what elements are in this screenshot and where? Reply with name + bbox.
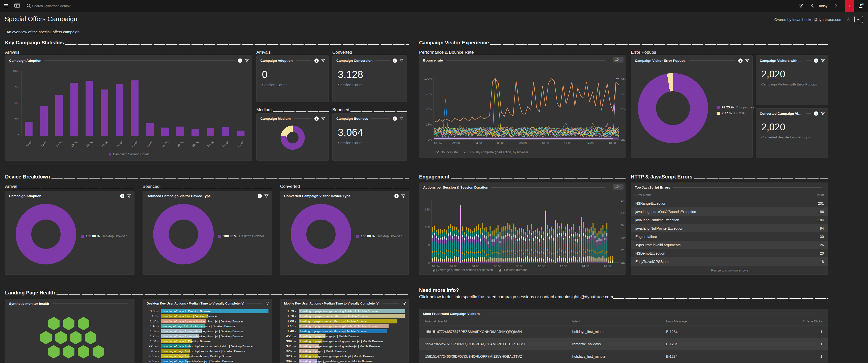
monitor-hexagon[interactable]: [48, 317, 60, 330]
filter-icon[interactable]: [821, 59, 825, 63]
monitor-hexagon[interactable]: [55, 331, 67, 344]
filter-icon[interactable]: [321, 117, 325, 121]
action-row[interactable]: 976 msLoading of page /index.php/product…: [145, 349, 270, 354]
action-row[interactable]: 399 msLoading of page /orange-booking-pa…: [282, 339, 407, 344]
user-icon[interactable]: [855, 0, 868, 11]
menu-icon[interactable]: [4, 4, 8, 7]
filter-icon[interactable]: [266, 302, 270, 305]
action-row[interactable]: 962 msLoading of page /easytravel/home |…: [145, 354, 270, 359]
action-row[interactable]: 323 msLoading of page /orange-trip-detai…: [282, 354, 407, 359]
table-row[interactable]: NSRangeException201: [631, 199, 828, 207]
action-row[interactable]: 304 msLoading of page /j_invalidate_sess…: [282, 359, 407, 363]
action-row[interactable]: 451 msLoading of page /orange.jsf | Mobi…: [282, 334, 407, 339]
tile-frustrated-visitors[interactable]: Most Frustrated Campaign Visitors Intern…: [419, 309, 828, 363]
info-icon[interactable]: i: [393, 117, 397, 121]
action-row[interactable]: 1.48 sloading of page /special-offers.js…: [282, 329, 407, 334]
info-icon[interactable]: i: [314, 117, 319, 121]
monitor-hexagon[interactable]: [63, 345, 74, 359]
action-row[interactable]: 1.48 sloading of page /citrix/netscalerw…: [145, 324, 270, 329]
tile-device-arrival[interactable]: Campaign Adoptioni100.00 %Desktop Browse…: [5, 191, 134, 275]
chart-legend[interactable]: Bounce rateVisually complete (load actio…: [435, 151, 529, 154]
action-row[interactable]: 1.39 sLoading of page /orange-booking-fi…: [145, 329, 270, 334]
table-row[interactable]: java.lang.IndexOutOfBoundsException186: [631, 207, 828, 216]
problems-badge[interactable]: 1: [845, 0, 855, 11]
monitor-hexagon[interactable]: [40, 331, 52, 344]
donut-legend[interactable]: 100.00 %Desktop Browser: [356, 234, 402, 238]
tile-desktop-actions[interactable]: Desktop Key User Actions - Median Time t…: [143, 299, 272, 363]
tile-visitors-with-errors-kpi[interactable]: Campaign Visitors with Error Popups i 2,…: [756, 56, 828, 105]
monitor-hexagon[interactable]: [78, 317, 89, 330]
action-row[interactable]: 1.28 sLoading of page /orange-booking-fi…: [145, 334, 270, 339]
tile-engagement-chart[interactable]: Actions per Session & Session Duration 1…: [419, 183, 625, 275]
table-row[interactable]: EasyTravelGPSStatus18: [631, 257, 828, 266]
action-row[interactable]: 1.6 sLoading of page /blog/ | Desktop Br…: [145, 314, 270, 319]
filter-icon[interactable]: [399, 59, 403, 63]
action-row[interactable]: 1.04 sLoading of page / | Desktop Browse…: [145, 339, 270, 344]
action-row[interactable]: 902 msLoading of page /special-offers.js…: [145, 359, 270, 363]
table-row[interactable]: NSDemoException20: [631, 249, 828, 257]
info-icon[interactable]: i: [814, 111, 818, 116]
tile-error-popups-donut[interactable]: Campaign Visitor Error Popups i 97.23 %Y…: [631, 56, 753, 158]
table-row[interactable]: 158151477246575675PBZSMA8PXONHR9A2JNIYQP…: [419, 325, 828, 338]
tile-bounced-kpi[interactable]: Campaign Bounces i 3,064 Session Count: [332, 113, 407, 161]
chevron-left-icon[interactable]: [811, 3, 814, 8]
filter-icon[interactable]: [127, 194, 131, 198]
info-icon[interactable]: i: [258, 194, 262, 198]
info-icon[interactable]: i: [738, 59, 743, 63]
tile-device-bounced[interactable]: Bounced Campaign Visitor Device Typei100…: [143, 191, 272, 275]
donut-legend[interactable]: 97.23 %Your journey... 2.77 %E-1234: [717, 105, 756, 117]
info-icon[interactable]: i: [394, 194, 399, 198]
action-row[interactable]: 1.54 sLoading of page /orange-booking-fi…: [145, 319, 270, 324]
dashboard-board-icon[interactable]: [14, 3, 20, 8]
tile-campaign-medium[interactable]: Campaign Medium i: [256, 113, 329, 161]
info-icon[interactable]: i: [120, 194, 124, 198]
filter-icon[interactable]: [399, 117, 403, 121]
monitor-hexagon[interactable]: [78, 345, 89, 359]
monitor-hexagon[interactable]: [93, 345, 104, 359]
more-button[interactable]: ⋯: [855, 15, 863, 23]
action-row[interactable]: 1.66 sloading of page /special-offers.js…: [282, 319, 407, 324]
monitor-hexagon[interactable]: [63, 317, 74, 330]
table-row[interactable]: 1554736525761OP9PRTQQDGRBAQQ6AM0PBTTJT9P…: [419, 338, 828, 350]
table-row[interactable]: java.lang.NullPointerException94: [631, 224, 828, 232]
chart-legend[interactable]: Campaign Session Count: [5, 153, 252, 156]
action-row[interactable]: 995 msLoading of page /index.php/product…: [145, 344, 270, 349]
table-row[interactable]: Engine failure30: [631, 232, 828, 241]
table-row[interactable]: java.lang.RuntimeException104: [631, 216, 828, 224]
tile-converted-with-errors-kpi[interactable]: Converted Campaign Visitors with Error .…: [756, 108, 828, 158]
monitor-hexagon[interactable]: [70, 331, 82, 344]
table-row[interactable]: 1581514772466X9DF07ZU9HQRLOPF7MI125YHQBA…: [419, 350, 828, 363]
tile-mobile-actions[interactable]: Mobile Key User Actions - Median Time to…: [280, 299, 409, 363]
tile-top-js-errors[interactable]: Top JavaScript Errors Error NameCount NS…: [631, 183, 828, 275]
tile-converted-kpi[interactable]: Campaign Conversion i 3,128 Session Coun…: [332, 56, 407, 102]
action-row[interactable]: 341 msLoading of page /orange-booking-re…: [282, 344, 407, 349]
monitor-hexagon[interactable]: [48, 345, 60, 359]
donut-legend[interactable]: 100.00 %Desktop Browser: [81, 234, 127, 238]
filter-icon[interactable]: [821, 112, 825, 116]
monitor-hexagon[interactable]: [85, 331, 96, 344]
filter-icon[interactable]: [798, 4, 803, 8]
info-icon[interactable]: i: [814, 59, 818, 63]
filter-icon[interactable]: [745, 59, 749, 63]
tile-device-converted[interactable]: Converted Campaign Visitor Device Typei1…: [280, 191, 409, 275]
chart-legend[interactable]: Average number of actions per sessionSes…: [433, 268, 528, 272]
favorite-star-icon[interactable]: ★: [846, 16, 851, 22]
timeframe-today[interactable]: Today: [818, 4, 827, 8]
action-row[interactable]: 1.51 sLoading of page /orange-booking-fi…: [282, 324, 407, 329]
filter-icon[interactable]: [321, 59, 325, 63]
table-row[interactable]: TypeError: invalid arguments26: [631, 241, 828, 249]
action-row[interactable]: 1.79 sLoading of page /orange-booking-fi…: [282, 309, 407, 314]
info-icon[interactable]: i: [314, 59, 319, 63]
chevron-right-icon[interactable]: [834, 3, 837, 8]
tile-synthetic-health[interactable]: Synthetic monitor health: [5, 299, 134, 363]
filter-icon[interactable]: [401, 194, 405, 198]
info-icon[interactable]: i: [393, 59, 397, 63]
resize-hint[interactable]: Resize to show more rows: [631, 269, 828, 272]
filter-icon[interactable]: [402, 302, 406, 305]
tile-campaign-adoption-chart[interactable]: Campaign Adoption i 1000750500250016-061…: [5, 56, 252, 161]
action-row[interactable]: 1.78 sLoading of page /special-offers.js…: [282, 314, 407, 319]
action-row[interactable]: 3.65 sLoading of page / | Desktop Browse…: [145, 309, 270, 314]
tile-arrivals-kpi[interactable]: Campaign Adoption i 0 Session Count: [256, 56, 329, 102]
search-field[interactable]: Search Dynatrace demo2...: [27, 3, 73, 8]
filter-icon[interactable]: [265, 194, 269, 198]
